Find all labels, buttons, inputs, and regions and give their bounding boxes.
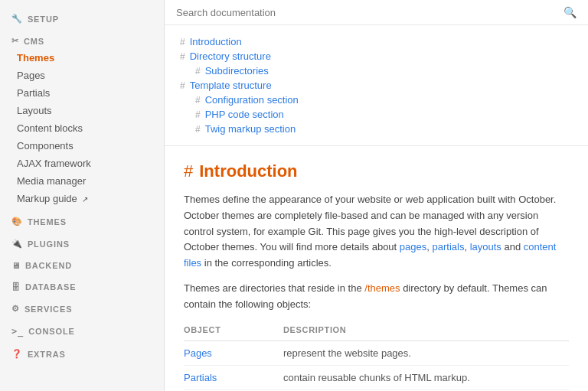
toc-link-introduction[interactable]: Introduction bbox=[190, 36, 242, 47]
sidebar-section-extras: ❓ EXTRAS bbox=[0, 343, 164, 362]
sidebar-section-cms-title: ✂ CMS bbox=[0, 30, 164, 49]
toc-link-configuration-section[interactable]: Configuration section bbox=[205, 94, 299, 106]
sidebar-section-cms: ✂ CMS Themes Pages Partials Layouts Cont… bbox=[0, 30, 164, 207]
toc-item-introduction: # Introduction bbox=[180, 34, 573, 49]
content-area: # Introduction Themes define the appeara… bbox=[165, 146, 588, 391]
table-cell-partials-object[interactable]: Partials bbox=[184, 365, 283, 389]
search-icon: 🔍 bbox=[564, 6, 577, 18]
section-hash: # bbox=[184, 161, 193, 181]
themes-path: /themes bbox=[364, 282, 400, 294]
search-input[interactable] bbox=[176, 7, 564, 18]
toc-item-php-code-section: # PHP code section bbox=[180, 107, 573, 122]
sidebar-section-backend: 🖥 BACKEND bbox=[0, 255, 164, 273]
services-icon: ⚙ bbox=[11, 304, 20, 314]
link-partials[interactable]: partials bbox=[432, 241, 464, 253]
sidebar-item-partials[interactable]: Partials bbox=[0, 84, 164, 102]
toc-item-twig-markup-section: # Twig markup section bbox=[180, 122, 573, 136]
toc-link-directory-structure[interactable]: Directory structure bbox=[190, 51, 271, 62]
sidebar-item-components[interactable]: Components bbox=[0, 137, 164, 155]
sidebar-section-services-title[interactable]: ⚙ SERVICES bbox=[0, 298, 164, 317]
toc-item-subdirectories: # Subdirectories bbox=[180, 64, 573, 78]
intro-paragraph-1: Themes define the appearance of your web… bbox=[184, 192, 569, 272]
introduction-title: # Introduction bbox=[184, 161, 569, 181]
console-icon: >_ bbox=[11, 326, 24, 337]
sidebar-section-setup-title: 🔧 SETUP bbox=[0, 8, 164, 27]
database-icon: 🗄 bbox=[11, 282, 21, 292]
sidebar-item-ajax-framework[interactable]: AJAX framework bbox=[0, 155, 164, 172]
sidebar-section-console: >_ CONSOLE bbox=[0, 320, 164, 340]
toc-link-template-structure[interactable]: Template structure bbox=[190, 80, 272, 91]
sidebar-section-services: ⚙ SERVICES bbox=[0, 298, 164, 317]
table-of-contents: # Introduction # Directory structure # S… bbox=[165, 25, 588, 146]
intro-paragraph-2: Themes are directories that reside in th… bbox=[184, 281, 569, 313]
sidebar-section-extras-title[interactable]: ❓ EXTRAS bbox=[0, 343, 164, 362]
extras-icon: ❓ bbox=[11, 349, 23, 359]
sidebar-item-themes[interactable]: Themes bbox=[0, 49, 164, 67]
wrench-icon: 🔧 bbox=[11, 14, 23, 24]
toc-item-template-structure: # Template structure bbox=[180, 78, 573, 93]
table-cell-pages-object[interactable]: Pages bbox=[184, 340, 283, 365]
table-header-description: DESCRIPTION bbox=[283, 322, 569, 341]
table-cell-partials-desc: contain reusable chunks of HTML markup. bbox=[283, 365, 569, 389]
toc-link-php-code-section[interactable]: PHP code section bbox=[205, 109, 284, 120]
sidebar-section-plugins-title[interactable]: 🔌 PLUGINS bbox=[0, 233, 164, 252]
table-row-pages: Pages represent the website pages. bbox=[184, 340, 569, 365]
sidebar-section-database: 🗄 DATABASE bbox=[0, 276, 164, 295]
sidebar-item-markup-guide[interactable]: Markup guide ↗ bbox=[0, 190, 164, 207]
sidebar-item-content-blocks[interactable]: Content blocks bbox=[0, 119, 164, 137]
scissors-icon: ✂ bbox=[11, 36, 19, 46]
link-pages[interactable]: pages bbox=[400, 241, 426, 253]
table-header-object: OBJECT bbox=[184, 322, 283, 341]
toc-item-configuration-section: # Configuration section bbox=[180, 93, 573, 107]
sidebar-section-setup: 🔧 SETUP bbox=[0, 8, 164, 27]
toc-link-twig-markup-section[interactable]: Twig markup section bbox=[205, 123, 296, 135]
toc-link-subdirectories[interactable]: Subdirectories bbox=[205, 65, 269, 77]
plugins-icon: 🔌 bbox=[11, 239, 23, 249]
section-title-text: Introduction bbox=[199, 161, 297, 181]
backend-icon: 🖥 bbox=[11, 261, 21, 270]
sidebar-section-database-title[interactable]: 🗄 DATABASE bbox=[0, 276, 164, 295]
sidebar-section-backend-title[interactable]: 🖥 BACKEND bbox=[0, 255, 164, 273]
sidebar-section-console-title[interactable]: >_ CONSOLE bbox=[0, 320, 164, 340]
sidebar-section-themes: 🎨 THEMES bbox=[0, 210, 164, 230]
table-cell-pages-desc: represent the website pages. bbox=[283, 340, 569, 365]
toc-item-directory-structure: # Directory structure bbox=[180, 49, 573, 64]
sidebar-item-pages[interactable]: Pages bbox=[0, 67, 164, 84]
sidebar-item-layouts[interactable]: Layouts bbox=[0, 102, 164, 119]
external-link-icon: ↗ bbox=[82, 195, 88, 204]
sidebar-section-themes-title[interactable]: 🎨 THEMES bbox=[0, 210, 164, 230]
search-bar: 🔍 bbox=[165, 0, 588, 25]
sidebar: 🔧 SETUP ✂ CMS Themes Pages Partials Layo… bbox=[0, 0, 165, 391]
table-row-partials: Partials contain reusable chunks of HTML… bbox=[184, 365, 569, 389]
main-content: 🔍 # Introduction # Directory structure #… bbox=[165, 0, 588, 391]
sidebar-item-media-manager[interactable]: Media manager bbox=[0, 172, 164, 190]
link-layouts[interactable]: layouts bbox=[470, 241, 501, 253]
themes-icon: 🎨 bbox=[11, 217, 23, 226]
sidebar-section-plugins: 🔌 PLUGINS bbox=[0, 233, 164, 252]
objects-table: OBJECT DESCRIPTION Pages represent the w… bbox=[184, 322, 569, 391]
